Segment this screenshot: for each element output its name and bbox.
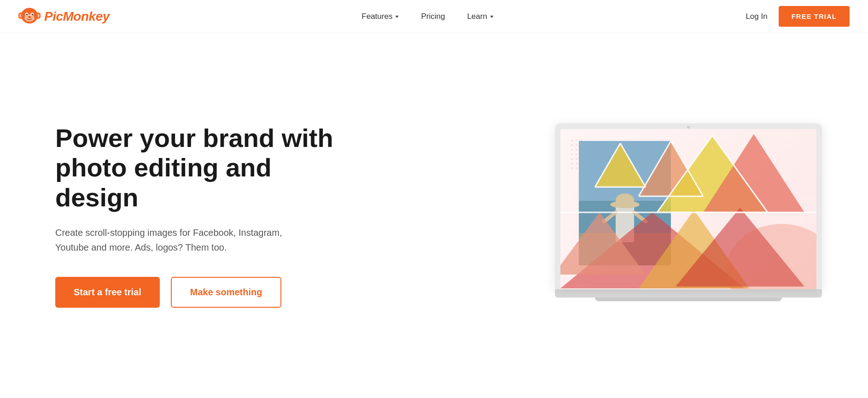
start-free-trial-button[interactable]: Start a free trial [55,277,160,308]
features-chevron-icon [395,16,399,18]
svg-point-12 [28,16,31,18]
laptop-base [555,289,822,298]
make-something-button[interactable]: Make something [171,277,282,308]
header-right: Log In FREE TRIAL [746,6,850,27]
screen-content [560,129,816,289]
laptop-screen-inner [560,129,816,289]
learn-chevron-icon [490,16,494,18]
hero-section: Power your brand with photo editing and … [0,33,868,398]
hero-title: Power your brand with photo editing and … [55,123,341,212]
svg-point-48 [616,193,634,206]
nav-pricing[interactable]: Pricing [421,12,445,21]
laptop-illustration [555,123,822,308]
laptop-screen-outer [555,123,822,289]
hero-subtitle: Create scroll-stopping images for Facebo… [55,225,295,255]
svg-point-10 [27,13,27,14]
logo[interactable]: PicMonkey [18,6,110,28]
header: PicMonkey Features Pricing Learn Log In … [0,0,868,33]
hero-content: Power your brand with photo editing and … [55,123,341,308]
laptop-foot [595,298,782,301]
login-link[interactable]: Log In [746,12,767,21]
laptop-camera-dot [687,126,690,129]
svg-point-11 [32,13,33,14]
main-nav: Features Pricing Learn [361,12,494,21]
logo-icon [18,6,41,28]
free-trial-header-button[interactable]: FREE TRIAL [779,6,850,27]
nav-features[interactable]: Features [361,12,399,21]
hero-buttons: Start a free trial Make something [55,277,341,308]
collage-illustration [560,129,816,289]
nav-learn[interactable]: Learn [467,12,493,21]
hero-image-area [546,110,831,322]
logo-text: PicMonkey [44,9,110,24]
